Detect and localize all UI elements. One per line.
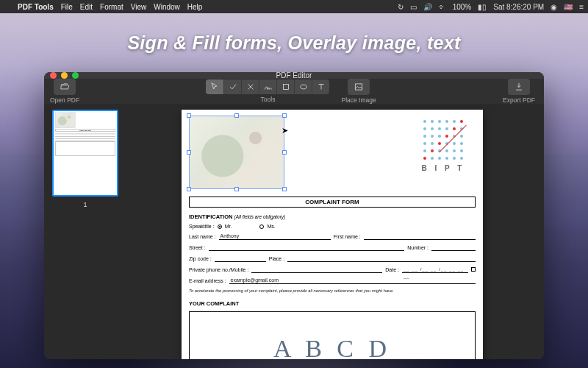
marketing-headline: Sign & Fill forms, Overlay image, text <box>0 32 588 54</box>
export-pdf-label: Export PDF <box>503 96 535 104</box>
page-thumbnail-1[interactable]: COMPLAINT FORM <box>52 110 118 197</box>
resize-handle-top-left[interactable] <box>187 113 191 118</box>
mr-label: Mr. <box>225 224 232 229</box>
status-menu-icon[interactable]: ≡ <box>579 3 584 11</box>
resize-handle-bottom-left[interactable] <box>187 187 191 191</box>
place-field[interactable] <box>287 255 476 262</box>
your-complaint-heading: YOUR COMPLAINT <box>189 300 476 307</box>
rect-icon <box>281 82 291 92</box>
number-field[interactable] <box>431 244 476 251</box>
thumbnail-sidebar: COMPLAINT FORM 1 <box>44 104 126 359</box>
number-label: Number : <box>407 245 429 250</box>
tool-rect-button[interactable] <box>276 79 294 94</box>
export-pdf-button[interactable] <box>508 79 530 95</box>
email-field[interactable]: example@gmail.com <box>229 277 476 284</box>
cursor-icon: ➤ <box>282 126 288 135</box>
resize-handle-top-mid[interactable] <box>234 113 239 118</box>
street-label: Street : <box>189 245 206 250</box>
tool-pointer-button[interactable] <box>206 79 223 94</box>
status-display-icon[interactable]: ▭ <box>410 3 417 11</box>
identification-heading: IDENTIFICATION (All fields are obligator… <box>189 213 476 220</box>
x-icon <box>245 82 256 92</box>
svg-rect-2 <box>355 84 362 90</box>
status-user-icon[interactable]: ◉ <box>551 3 557 11</box>
date-label: Date : <box>385 267 399 272</box>
date-field[interactable]: __ __ /__ __ /__ __ __ __ <box>402 266 468 273</box>
firstname-label: First name : <box>334 234 361 239</box>
status-clock[interactable]: Sat 8:26:20 PM <box>493 3 544 11</box>
tool-oval-button[interactable] <box>294 79 312 94</box>
form-title-box: COMPLAINT FORM <box>189 197 476 208</box>
svg-rect-0 <box>283 85 288 90</box>
tools-label: Tools <box>261 96 276 103</box>
form-title: COMPLAINT FORM <box>305 199 359 205</box>
mac-menubar: PDF Tools File Edit Format View Window H… <box>0 0 588 13</box>
ms-label: Ms. <box>267 224 275 229</box>
bipt-logo: B I P T <box>412 118 474 172</box>
tool-cross-button[interactable] <box>241 79 259 94</box>
open-pdf-button[interactable] <box>54 79 76 95</box>
pdf-editor-window: PDF Editor Open PDF <box>44 72 544 359</box>
mr-radio[interactable] <box>218 224 222 229</box>
folder-open-icon <box>60 82 70 92</box>
place-image-button[interactable] <box>348 79 370 95</box>
lastname-field[interactable]: Anthony <box>219 233 331 240</box>
text-icon <box>316 82 326 92</box>
accel-note: To accelerate the processing of your com… <box>189 289 476 293</box>
status-battery-icon[interactable]: ▮▯ <box>478 3 487 11</box>
place-label: Place : <box>269 256 284 261</box>
street-field[interactable] <box>209 244 405 251</box>
ms-radio[interactable] <box>259 224 264 229</box>
window-title: PDF Editor <box>44 72 544 79</box>
image-icon <box>354 82 364 92</box>
toolbar: Open PDF <box>44 79 544 104</box>
titlebar[interactable]: PDF Editor <box>44 72 544 79</box>
signature-icon <box>263 82 273 92</box>
svg-point-1 <box>301 85 306 89</box>
status-battery[interactable]: 100% <box>453 3 472 11</box>
speaktitle-label: Speaktitle : <box>189 224 215 229</box>
menubar-item-help[interactable]: Help <box>187 3 203 11</box>
phone-label: Private phone no./Mobile : <box>189 267 248 272</box>
firstname-field[interactable] <box>364 233 476 240</box>
email-label: E-mail address : <box>189 278 226 283</box>
tools-segment <box>206 79 329 94</box>
menubar-app-name[interactable]: PDF Tools <box>18 3 54 11</box>
page-canvas[interactable]: ➤ B <box>126 104 544 359</box>
thumbnail-label: 1 <box>83 201 87 208</box>
check-icon <box>228 82 238 92</box>
open-pdf-label: Open PDF <box>50 96 79 104</box>
resize-handle-top-right[interactable] <box>282 113 287 118</box>
status-flag-icon[interactable]: 🇺🇸 <box>564 3 573 11</box>
oval-icon <box>298 82 309 92</box>
bipt-logo-text: B I P T <box>422 164 465 172</box>
place-image-label: Place Image <box>341 96 376 104</box>
resize-handle-bottom-mid[interactable] <box>234 187 239 191</box>
resize-handle-mid-left[interactable] <box>187 150 191 155</box>
tool-check-button[interactable] <box>223 79 241 94</box>
tool-signature-button[interactable] <box>259 79 276 94</box>
export-icon <box>514 82 524 92</box>
overlay-image[interactable] <box>189 116 284 189</box>
pointer-icon <box>209 82 220 92</box>
lastname-label: Last name : <box>189 234 216 239</box>
date-checkbox[interactable] <box>471 267 476 272</box>
zip-field[interactable] <box>215 255 266 262</box>
zip-label: Zip code : <box>189 256 212 261</box>
resize-handle-bottom-right[interactable] <box>282 187 287 191</box>
menubar-item-file[interactable]: File <box>61 3 73 11</box>
menubar-item-view[interactable]: View <box>131 3 147 11</box>
pdf-page[interactable]: ➤ B <box>182 110 483 359</box>
resize-handle-mid-right[interactable] <box>282 150 287 155</box>
status-volume-icon[interactable]: 🔊 <box>423 3 432 11</box>
handwriting-sample: A B C D <box>273 335 391 359</box>
menubar-item-format[interactable]: Format <box>100 3 123 11</box>
complaint-text-box[interactable]: A B C D <box>189 311 476 359</box>
tool-text-button[interactable] <box>312 79 329 94</box>
menubar-item-window[interactable]: Window <box>154 3 180 11</box>
phone-field[interactable] <box>251 266 382 273</box>
desktop: PDF Tools File Edit Format View Window H… <box>0 0 588 368</box>
status-wifi-icon[interactable]: ᯤ <box>439 3 446 11</box>
menubar-item-edit[interactable]: Edit <box>80 3 93 11</box>
status-sync-icon[interactable]: ↻ <box>398 3 404 11</box>
